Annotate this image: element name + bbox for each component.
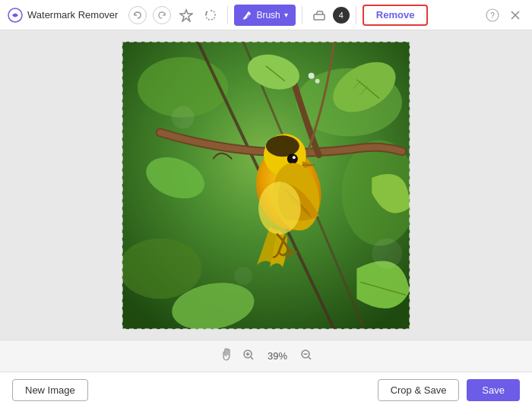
svg-rect-3 — [314, 14, 325, 20]
zoom-in-icon[interactable] — [242, 349, 255, 364]
svg-point-33 — [258, 182, 301, 235]
app-icon — [8, 8, 23, 23]
svg-point-26 — [289, 155, 296, 163]
window-controls: ? — [483, 6, 524, 24]
svg-point-27 — [293, 156, 296, 159]
badge-value: 4 — [339, 11, 344, 20]
badge-button[interactable]: 4 — [333, 7, 350, 24]
toolbar-left: Brush ▾ 4 Remove — [127, 5, 483, 26]
redo-button[interactable] — [153, 6, 171, 24]
title-bar: Watermark Remover Brush ▾ — [0, 0, 532, 30]
hand-tool-icon[interactable] — [220, 348, 233, 365]
eraser-tool-button[interactable] — [309, 5, 330, 26]
brush-icon — [242, 10, 252, 21]
toolbar-divider-3 — [356, 6, 356, 24]
lasso-tool-button[interactable] — [200, 5, 221, 26]
brush-dropdown-icon: ▾ — [284, 11, 288, 19]
svg-marker-1 — [180, 10, 192, 21]
svg-point-24 — [266, 135, 299, 157]
zoom-out-icon[interactable] — [300, 349, 312, 364]
canvas-area — [0, 30, 532, 340]
svg-point-12 — [122, 238, 201, 299]
brush-label: Brush — [256, 10, 280, 21]
brush-button[interactable]: Brush ▾ — [234, 5, 295, 26]
svg-text:?: ? — [490, 11, 495, 20]
close-button[interactable] — [506, 6, 524, 24]
svg-point-38 — [172, 106, 195, 128]
app-title: Watermark Remover — [27, 9, 118, 21]
zoom-level: 39% — [264, 350, 291, 362]
help-button[interactable]: ? — [483, 6, 502, 24]
svg-point-36 — [309, 72, 315, 78]
footer-right: Crop & Save Save — [378, 379, 520, 401]
new-image-button[interactable]: New Image — [12, 379, 88, 401]
toolbar-divider-1 — [227, 6, 228, 24]
svg-line-44 — [251, 357, 253, 359]
zoom-bar: 39% — [0, 340, 532, 372]
undo-button[interactable] — [128, 6, 147, 24]
crop-save-button[interactable]: Crop & Save — [378, 379, 460, 401]
footer: New Image Crop & Save Save — [0, 372, 532, 408]
image-container[interactable] — [122, 41, 410, 330]
svg-point-40 — [234, 267, 252, 285]
toolbar-divider-2 — [302, 6, 302, 24]
save-button[interactable]: Save — [467, 379, 520, 401]
svg-line-47 — [309, 357, 311, 359]
svg-point-37 — [315, 78, 320, 83]
star-tool-button[interactable] — [176, 5, 197, 26]
bird-image — [122, 41, 410, 330]
remove-button[interactable]: Remove — [363, 5, 429, 26]
svg-point-39 — [372, 238, 402, 268]
scene-svg — [122, 42, 410, 329]
